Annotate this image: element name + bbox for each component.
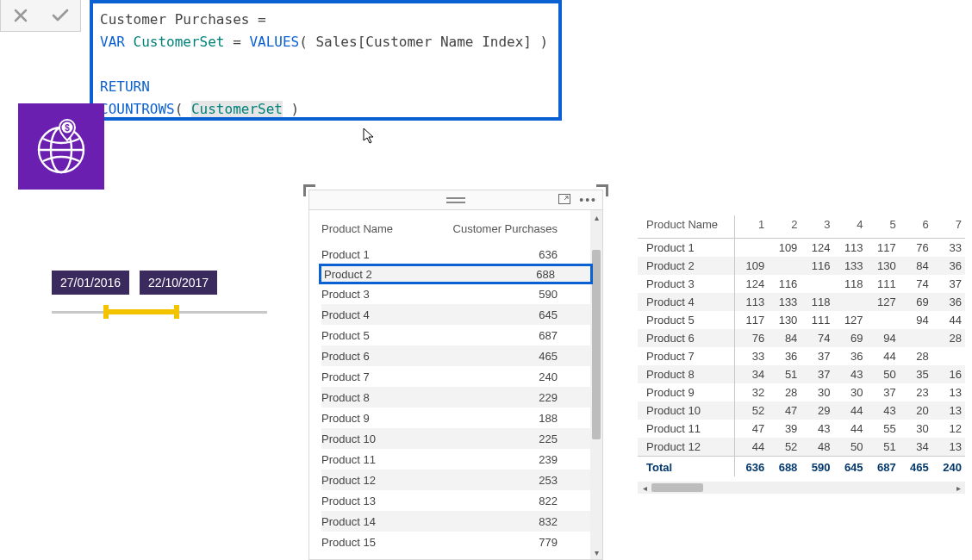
matrix-row[interactable]: Product 11091241131177633 xyxy=(638,239,965,258)
scroll-up-icon[interactable]: ▴ xyxy=(590,210,602,224)
table-row[interactable]: Product 6465 xyxy=(321,345,590,366)
matrix-row[interactable]: Product 932283030372313 xyxy=(638,383,965,401)
matrix-row[interactable]: Product 834513743503516 xyxy=(638,365,965,383)
matrix-cell: 127 xyxy=(833,311,866,329)
slicer-slider[interactable] xyxy=(52,303,267,320)
matrix-cell: 51 xyxy=(867,438,900,457)
svg-rect-5 xyxy=(559,195,570,204)
matrix-total-row: Total636688590645687465240 xyxy=(638,457,965,477)
matrix-cell: 127 xyxy=(867,293,900,311)
cell-purchases: 253 xyxy=(451,474,590,487)
matrix-cell: 16 xyxy=(932,365,965,383)
matrix-row[interactable]: Product 31241161181117437 xyxy=(638,275,965,293)
matrix-cell: 111 xyxy=(867,275,900,293)
matrix-cell: 50 xyxy=(833,438,866,457)
table-row[interactable]: Product 13822 xyxy=(321,490,590,511)
horizontal-scrollbar[interactable]: ◂ ▸ xyxy=(638,482,965,494)
customer-purchases-table-visual[interactable]: ••• Product Name Customer Purchases Prod… xyxy=(308,190,603,560)
matrix-row[interactable]: Product 51171301111279444 xyxy=(638,311,965,329)
table-row[interactable]: Product 12253 xyxy=(321,470,590,490)
matrix-cell: 33 xyxy=(735,347,769,365)
matrix-cell: 109 xyxy=(768,239,801,258)
matrix-cell: 130 xyxy=(768,311,801,329)
matrix-cell: 117 xyxy=(735,311,769,329)
matrix-cell: 13 xyxy=(932,401,965,420)
focus-mode-icon[interactable] xyxy=(558,193,570,207)
cell-purchases: 188 xyxy=(451,412,590,425)
cell-purchases: 779 xyxy=(451,536,590,549)
matrix-cell xyxy=(932,347,965,365)
matrix-total-cell: 645 xyxy=(833,457,866,477)
matrix-cell: 37 xyxy=(932,275,965,293)
matrix-cell: 28 xyxy=(932,329,965,347)
table-row[interactable]: Product 14832 xyxy=(321,511,590,532)
table-row[interactable]: Product 15779 xyxy=(321,532,590,552)
scroll-left-icon[interactable]: ◂ xyxy=(638,482,651,494)
table-row[interactable]: Product 4645 xyxy=(321,304,590,325)
matrix-cell: 12 xyxy=(932,420,965,438)
slicer-start-date[interactable]: 27/01/2016 xyxy=(52,271,129,295)
matrix-cell: 30 xyxy=(801,383,833,401)
matrix-cell: 13 xyxy=(932,438,965,457)
table-row[interactable]: Product 2688 xyxy=(319,264,593,284)
matrix-cell: 47 xyxy=(735,420,769,438)
matrix-row[interactable]: Product 1147394344553012 xyxy=(638,420,965,438)
more-options-icon[interactable]: ••• xyxy=(579,193,597,207)
table-row[interactable]: Product 1636 xyxy=(321,244,590,264)
slicer-end-date[interactable]: 22/10/2017 xyxy=(140,271,217,295)
matrix-row[interactable]: Product 21091161331308436 xyxy=(638,257,965,275)
cell-product-name: Product 13 xyxy=(321,495,451,507)
cell-purchases: 822 xyxy=(451,495,590,507)
cell-product-name: Product 15 xyxy=(321,536,451,549)
matrix-row-header[interactable]: Product Name xyxy=(638,215,735,239)
cancel-button[interactable] xyxy=(1,0,40,31)
matrix-column-header[interactable]: 4 xyxy=(833,215,866,239)
table-row[interactable]: Product 10225 xyxy=(321,428,590,449)
matrix-row[interactable]: Product 41131331181276936 xyxy=(638,293,965,311)
scroll-right-icon[interactable]: ▸ xyxy=(951,482,965,494)
table-row[interactable]: Product 3590 xyxy=(321,283,590,304)
matrix-column-header[interactable]: 3 xyxy=(801,215,833,239)
cell-purchases: 239 xyxy=(451,453,590,466)
drag-handle-icon[interactable] xyxy=(446,197,465,203)
vertical-scrollbar[interactable]: ▴ ▾ xyxy=(590,210,602,559)
matrix-cell: 50 xyxy=(867,365,900,383)
matrix-column-header[interactable]: 1 xyxy=(735,215,769,239)
matrix-cell: 44 xyxy=(833,420,866,438)
matrix-cell: 28 xyxy=(900,347,932,365)
matrix-row[interactable]: Product 6768474699428 xyxy=(638,329,965,347)
matrix-total-cell: 240 xyxy=(932,457,965,477)
table-row[interactable]: Product 5687 xyxy=(321,325,590,345)
slider-handle-end[interactable] xyxy=(174,305,179,319)
scrollbar-thumb[interactable] xyxy=(651,483,703,492)
svg-text:$: $ xyxy=(65,123,70,133)
slider-handle-start[interactable] xyxy=(103,305,109,319)
matrix-row[interactable]: Product 1244524850513413 xyxy=(638,438,965,457)
matrix-cell: 33 xyxy=(932,239,965,258)
column-header-product[interactable]: Product Name xyxy=(321,222,416,235)
matrix-cell: 124 xyxy=(801,239,833,258)
matrix-column-header[interactable]: 6 xyxy=(900,215,932,239)
matrix-cell: 84 xyxy=(900,257,932,275)
matrix-row-label: Product 3 xyxy=(638,275,735,293)
cell-product-name: Product 12 xyxy=(321,474,451,487)
table-row[interactable]: Product 11239 xyxy=(321,449,590,470)
table-row[interactable]: Product 7240 xyxy=(321,366,590,387)
cell-product-name: Product 6 xyxy=(321,350,451,363)
accept-button[interactable] xyxy=(40,0,80,31)
matrix-column-header[interactable]: 5 xyxy=(867,215,900,239)
column-header-purchases[interactable]: Customer Purchases xyxy=(416,222,590,235)
matrix-row[interactable]: Product 1052472944432013 xyxy=(638,401,965,420)
table-row[interactable]: Product 9188 xyxy=(321,408,590,428)
scrollbar-thumb[interactable] xyxy=(592,250,601,439)
matrix-column-header[interactable]: 7 xyxy=(932,215,965,239)
matrix-total-cell: 465 xyxy=(900,457,932,477)
formula-bar[interactable]: Customer Purchases = VAR CustomerSet = V… xyxy=(90,0,562,121)
table-row[interactable]: Product 8229 xyxy=(321,387,590,408)
matrix-row[interactable]: Product 7333637364428 xyxy=(638,347,965,365)
matrix-cell: 76 xyxy=(735,329,769,347)
cell-purchases: 465 xyxy=(451,350,590,363)
product-matrix-visual[interactable]: Product Name1234567 Product 110912411311… xyxy=(638,215,965,494)
scroll-down-icon[interactable]: ▾ xyxy=(590,545,602,559)
matrix-column-header[interactable]: 2 xyxy=(768,215,801,239)
